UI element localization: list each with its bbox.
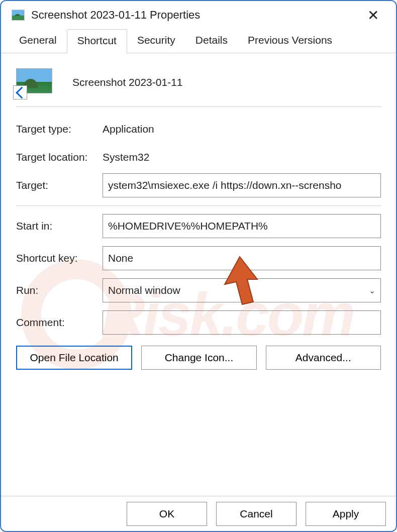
action-buttons: Open File Location Change Icon... Advanc… (16, 346, 381, 370)
close-button[interactable]: ✕ (360, 4, 386, 27)
change-icon-button[interactable]: Change Icon... (141, 346, 256, 370)
row-run: Run: Normal window ⌄ (16, 276, 381, 304)
shortcut-file-icon (16, 68, 52, 96)
label-comment: Comment: (16, 316, 103, 329)
tab-details[interactable]: Details (185, 29, 238, 53)
label-target: Target: (16, 179, 103, 191)
tab-security[interactable]: Security (127, 29, 185, 53)
file-header: Screenshot 2023-01-11 (16, 63, 381, 107)
value-target-type: Application (103, 123, 154, 135)
file-name: Screenshot 2023-01-11 (72, 76, 183, 88)
titlebar-icon (11, 8, 25, 22)
row-target-location: Target location: System32 (16, 143, 381, 171)
window-title: Screenshot 2023-01-11 Properties (31, 9, 360, 22)
shortcut-key-input[interactable] (103, 246, 381, 270)
row-shortcut-key: Shortcut key: (16, 244, 381, 272)
properties-dialog: Screenshot 2023-01-11 Properties ✕ Gener… (0, 0, 397, 532)
label-shortcut-key: Shortcut key: (16, 252, 103, 264)
ok-button[interactable]: OK (127, 502, 207, 526)
row-target: Target: (16, 171, 381, 199)
row-start-in: Start in: (16, 212, 381, 240)
chevron-down-icon: ⌄ (369, 286, 375, 295)
tab-general[interactable]: General (9, 29, 67, 53)
apply-button[interactable]: Apply (306, 502, 386, 526)
target-input[interactable] (103, 173, 381, 197)
shortcut-pane: Risk.com Screenshot 2023-01-11 Target ty… (1, 53, 396, 496)
svg-rect-2 (12, 16, 24, 20)
tab-previous-versions[interactable]: Previous Versions (238, 29, 342, 53)
label-target-location: Target location: (16, 151, 103, 163)
run-value: Normal window (108, 284, 180, 296)
advanced-button[interactable]: Advanced... (266, 346, 381, 370)
comment-input[interactable] (103, 310, 381, 335)
run-select[interactable]: Normal window ⌄ (103, 278, 381, 302)
label-start-in: Start in: (16, 220, 103, 232)
cancel-button[interactable]: Cancel (216, 502, 296, 526)
tab-shortcut[interactable]: Shortcut (67, 29, 127, 53)
value-target-location: System32 (103, 151, 149, 163)
shortcut-overlay-icon (13, 85, 27, 99)
label-target-type: Target type: (16, 123, 103, 135)
titlebar: Screenshot 2023-01-11 Properties ✕ (1, 1, 396, 29)
row-target-type: Target type: Application (16, 115, 381, 143)
label-run: Run: (16, 284, 103, 296)
dialog-footer: OK Cancel Apply (1, 496, 396, 531)
tabs: General Shortcut Security Details Previo… (1, 29, 396, 53)
row-comment: Comment: (16, 308, 381, 337)
open-file-location-button[interactable]: Open File Location (16, 346, 132, 370)
start-in-input[interactable] (103, 214, 381, 238)
